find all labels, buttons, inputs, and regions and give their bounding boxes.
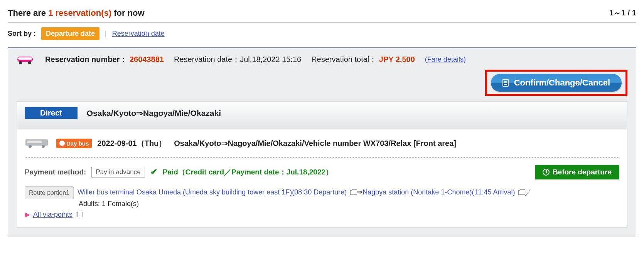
reservation-date-value: Jul.18,2022 15:16: [240, 55, 301, 64]
reservation-count: 1 reservation(s): [48, 8, 111, 18]
route-detail: Route portion1 Willer bus terminal Osaka…: [25, 186, 619, 199]
departure-stop-link[interactable]: Willer bus terminal Osaka Umeda (Umeda s…: [78, 188, 347, 196]
pager: 1～1 / 1: [609, 8, 636, 18]
payment-row: Payment method: Pay in advance ✔ Paid（Cr…: [25, 165, 619, 179]
clock-icon: [543, 169, 550, 176]
sort-departure-date[interactable]: Departure date: [41, 27, 99, 40]
all-via-points-link[interactable]: All via-points: [33, 211, 72, 218]
payment-method-box: Pay in advance: [91, 167, 145, 178]
reservation-total-label: Reservation total：: [311, 55, 377, 64]
direct-badge: Direct: [25, 107, 78, 119]
route-portion-badge: Route portion1: [25, 186, 74, 199]
trip-header: Direct Osaka/Kyoto⇒Nagoya/Mie/Okazaki: [17, 102, 627, 129]
external-link-icon: [350, 190, 355, 195]
external-link-icon: [76, 213, 81, 217]
day-bus-label: Day bus: [66, 140, 89, 147]
schedule-row: Day bus 2022-09-01（Thu） Osaka/Kyoto⇒Nago…: [25, 138, 619, 158]
reservation-date-label: Reservation date：: [174, 55, 240, 64]
reservation-total-value: JPY 2,500: [379, 55, 415, 64]
svg-point-6: [29, 145, 32, 148]
reservation-number-value: 26043881: [130, 55, 164, 64]
action-highlight: Confirm/Change/Cancel: [485, 70, 627, 96]
day-bus-badge: Day bus: [56, 139, 92, 148]
sun-icon: [59, 141, 65, 146]
paid-text: Paid（Credit card／Payment date：Jul.18,202…: [163, 167, 333, 177]
page-title: There are 1 reservation(s) for now: [8, 8, 145, 18]
title-suffix: for now: [111, 8, 145, 18]
title-prefix: There are: [8, 8, 48, 18]
via-points-row: ▶ All via-points: [25, 210, 619, 219]
schedule-text: 2022-09-01（Thu） Osaka/Kyoto⇒Nagoya/Mie/O…: [97, 138, 456, 149]
sort-reservation-date[interactable]: Reservation date: [112, 30, 165, 38]
confirm-change-cancel-button[interactable]: Confirm/Change/Cancel: [491, 74, 622, 92]
svg-point-7: [42, 145, 45, 148]
checkmark-icon: ✔: [150, 167, 157, 177]
status-text: Before departure: [553, 168, 612, 176]
route-arrow: ⇒: [357, 188, 362, 196]
sort-bar: Sort by : Departure date | Reservation d…: [8, 27, 636, 40]
document-icon: [502, 79, 509, 87]
route-title: Osaka/Kyoto⇒Nagoya/Mie/Okazaki: [87, 109, 221, 118]
fare-details-link[interactable]: (Fare details): [425, 55, 466, 64]
svg-rect-1: [18, 57, 32, 60]
route-slash: ／: [525, 188, 532, 196]
sort-separator: |: [105, 30, 107, 38]
svg-rect-5: [27, 141, 42, 143]
payment-label: Payment method:: [25, 168, 86, 176]
reservation-meta: Reservation number： 26043881 Reservation…: [17, 48, 627, 70]
passengers-line: Adults: 1 Female(s): [79, 200, 619, 208]
bus-icon: [17, 54, 35, 65]
trip-block: Direct Osaka/Kyoto⇒Nagoya/Mie/Okazaki Da…: [17, 101, 627, 228]
external-link-icon: [518, 190, 523, 195]
reservation-card: Reservation number： 26043881 Reservation…: [8, 47, 636, 236]
triangle-icon: ▶: [25, 211, 30, 218]
svg-point-2: [19, 61, 22, 64]
svg-point-3: [28, 61, 31, 64]
bus-side-icon: [25, 138, 51, 149]
sort-label: Sort by :: [8, 30, 36, 38]
confirm-button-label: Confirm/Change/Cancel: [514, 78, 610, 88]
status-badge: Before departure: [535, 165, 619, 179]
arrival-stop-link[interactable]: Nagoya station (Noritake 1-Chome)(11:45 …: [362, 188, 515, 196]
reservation-number-label: Reservation number：: [45, 55, 127, 64]
